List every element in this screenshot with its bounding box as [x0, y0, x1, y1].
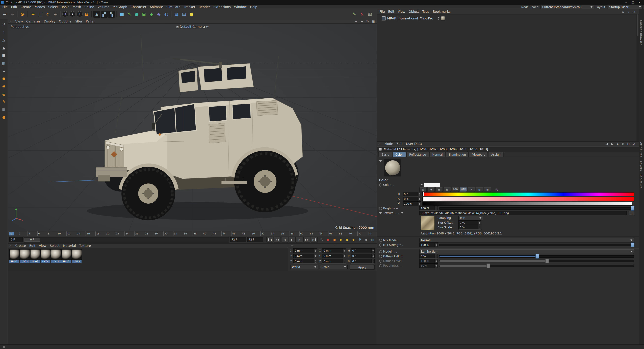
spinner[interactable] [372, 254, 374, 258]
options-icon[interactable]: ⊡ [632, 10, 636, 14]
material-thumbnail[interactable]: UV11 [51, 249, 61, 263]
hue-gradient[interactable] [422, 192, 634, 196]
recent-tool-icon[interactable]: + [52, 10, 59, 18]
rotation-field[interactable]: 0 ° [351, 259, 375, 264]
spinner[interactable] [434, 243, 438, 247]
goto-end-button[interactable]: ▶▐ [311, 237, 318, 242]
material-tag-icon[interactable] [441, 16, 445, 20]
x-axis-lock-icon[interactable]: X [62, 11, 68, 17]
menu-item[interactable]: MoGraph [111, 5, 129, 9]
size-field[interactable]: 0 mm [322, 248, 346, 253]
object-name[interactable]: MRAP_International_MaxxPro [387, 16, 433, 20]
viewport-canvas[interactable] [8, 24, 377, 231]
color-compact-icon[interactable]: ▧ [420, 187, 427, 192]
blur-scale-field[interactable]: 0 % [458, 225, 482, 230]
animation-dot-icon[interactable] [379, 243, 382, 246]
minimize-button[interactable]: – [623, 0, 630, 5]
size-field[interactable]: 0 mm [322, 254, 346, 258]
spinner[interactable] [372, 259, 374, 263]
menu-item[interactable]: Simulate [165, 5, 182, 9]
color-wheel-icon[interactable]: ◉ [428, 187, 435, 192]
panel-grip-icon[interactable]: ≡ [8, 20, 13, 23]
animation-dot-icon[interactable] [379, 183, 382, 186]
menu-item[interactable]: Tracker [182, 5, 197, 9]
pen-tool-icon[interactable]: ✎ [126, 10, 133, 18]
spinner[interactable] [342, 254, 346, 258]
panel-grip-icon[interactable]: ≡ [8, 244, 13, 247]
material-thumbnail[interactable]: UV03 [30, 249, 40, 263]
timeline-scrollbar-knob[interactable]: 0 F [24, 238, 40, 242]
next-frame-button[interactable]: ▶ [296, 237, 303, 242]
camera-selector[interactable]: ▣ Default Camera ▴▾ [176, 25, 208, 28]
expander-icon[interactable] [379, 212, 382, 214]
spinner[interactable] [434, 254, 438, 258]
z-axis-lock-icon[interactable]: Z [76, 11, 82, 17]
mix-strength-slider[interactable] [439, 243, 634, 247]
animation-dot-icon[interactable] [379, 250, 382, 253]
gradient-marker[interactable] [633, 202, 634, 206]
object-menu-item[interactable]: Edit [386, 10, 396, 14]
object-menu-item[interactable]: Bookmarks [431, 10, 452, 14]
hue-field[interactable]: 0 ° [402, 192, 421, 196]
fields-icon[interactable]: ◐ [163, 10, 170, 18]
object-menu-item[interactable]: Tags [421, 10, 431, 14]
prev-frame-button[interactable]: ◀ [281, 237, 288, 242]
tab-attributes[interactable]: Attributes [640, 142, 642, 157]
y-axis-lock-icon[interactable]: Y [70, 11, 76, 17]
solo-single-icon[interactable]: ◉ [1, 84, 6, 89]
slider-handle[interactable] [631, 242, 634, 247]
diffuse-falloff-slider[interactable] [439, 254, 634, 258]
color-spectrum-icon[interactable]: ▦ [436, 187, 443, 192]
material-thumbnail[interactable]: UV12 [62, 249, 71, 263]
value-field[interactable]: 100 % [402, 201, 421, 206]
parameter-key-icon[interactable]: P [357, 237, 363, 242]
menu-item[interactable]: Animate [148, 5, 165, 9]
material-thumbnail[interactable]: UV13 [72, 249, 82, 263]
object-row[interactable]: MRAP_International_MaxxPro [377, 16, 639, 21]
panels-icon[interactable]: ▦ [366, 10, 374, 18]
menu-item[interactable]: Character [129, 5, 148, 9]
menu-item[interactable]: Render [197, 5, 212, 9]
points-mode-icon[interactable]: ∴ [1, 30, 6, 35]
timeline-scrollbar[interactable]: 0 F [24, 237, 229, 242]
tab-assign[interactable]: Assign [488, 152, 504, 157]
gradient-marker[interactable] [423, 192, 424, 196]
menu-item[interactable]: Edit [10, 5, 19, 9]
generators-icon[interactable]: ▣ [140, 10, 148, 18]
object-manager-tree[interactable]: MRAP_International_MaxxPro [377, 14, 639, 142]
rotation-field[interactable]: 0 ° [351, 254, 375, 258]
current-frame-field[interactable]: 0 F [10, 237, 23, 242]
position-field[interactable]: 0 mm [293, 254, 317, 258]
mix-strength-field[interactable]: 100 % [420, 242, 438, 247]
slider-handle[interactable] [631, 206, 634, 211]
texture-path-field[interactable]: ../TexturesMap/MRAP International MaxxPr… [420, 211, 627, 215]
spinner[interactable] [418, 197, 421, 201]
next-key-button[interactable]: ▶▶ [303, 237, 310, 242]
edges-mode-icon[interactable]: △ [1, 37, 6, 42]
spinner[interactable] [314, 254, 317, 258]
menu-item[interactable]: Modes [33, 5, 47, 9]
spinner[interactable] [314, 259, 317, 263]
close-button[interactable]: × [636, 0, 643, 5]
history-forward-icon[interactable]: ▶ [610, 142, 615, 146]
render-view-icon[interactable]: ▲ [93, 10, 100, 18]
chevron-down-icon[interactable] [421, 184, 423, 186]
menu-item[interactable]: Window [232, 5, 248, 9]
position-field[interactable]: 0 mm [293, 248, 317, 253]
undo-icon[interactable]: ↩ [1, 10, 8, 18]
snap-settings-icon[interactable]: ▦ [173, 10, 180, 18]
scale-tool-icon[interactable]: □ [37, 10, 44, 18]
preview-expander-icon[interactable] [379, 160, 382, 162]
spinner[interactable] [314, 248, 317, 252]
zoom-view-icon[interactable]: ↔ [359, 19, 364, 23]
material-menu-item[interactable]: Edit [28, 244, 37, 248]
solo-off-icon[interactable]: ● [1, 76, 6, 81]
maximize-button[interactable]: □ [630, 0, 636, 5]
attribute-menu-item[interactable]: Mode [383, 142, 395, 146]
material-menu-item[interactable]: View [37, 244, 48, 248]
menu-item[interactable]: Tools [60, 5, 71, 9]
rotate-view-icon[interactable]: ↻ [365, 19, 370, 23]
snap-ball-icon[interactable]: ● [1, 114, 6, 120]
reset-psr-icon[interactable]: × [359, 10, 366, 18]
history-back-icon[interactable]: ◀ [604, 142, 609, 146]
